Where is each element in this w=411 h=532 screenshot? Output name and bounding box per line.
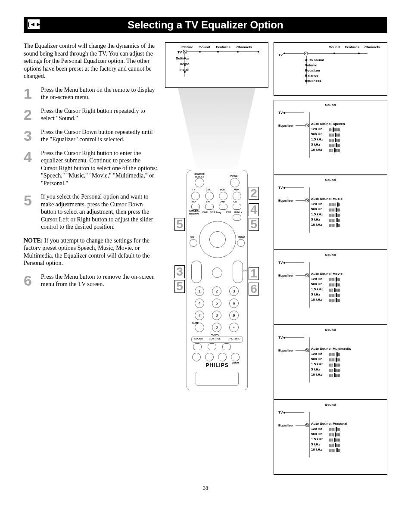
digit-7-button[interactable]: 7 bbox=[195, 311, 204, 320]
screen-tv-label: TV bbox=[278, 336, 283, 339]
channel-rocker[interactable] bbox=[233, 261, 243, 283]
eq-slider: ||||||||▐||| bbox=[329, 218, 364, 221]
eq-slider: |||||||▐|||| bbox=[329, 277, 364, 281]
brand-logo: PHILIPS bbox=[187, 362, 247, 368]
step: 3 Press the Cursor Down button repeatedl… bbox=[24, 128, 157, 143]
eq-freq-label: 5 kHz bbox=[311, 218, 327, 221]
cursor-center[interactable] bbox=[209, 231, 226, 248]
eq-row: 500 Hz|||||||▐|||| bbox=[311, 207, 364, 211]
eq-freq-label: 120 Hz bbox=[311, 352, 327, 356]
equalizer-preset-screen: Sound TV Equalizer Auto Sound: Speech 12… bbox=[274, 100, 387, 175]
speaker-icon: ((◄► bbox=[27, 19, 40, 29]
info-button[interactable] bbox=[233, 215, 241, 221]
cd-button[interactable] bbox=[233, 204, 241, 210]
bottom-button-1[interactable] bbox=[192, 353, 201, 361]
digit-3-button[interactable]: 3 bbox=[229, 286, 239, 296]
equalizer-label: Equalizer bbox=[278, 124, 294, 128]
svg-point-20 bbox=[358, 53, 360, 54]
step-number: 6 bbox=[24, 273, 41, 288]
eq-row: 120 Hz|||||||▐|||| bbox=[311, 427, 364, 431]
digit-4-button[interactable]: 4 bbox=[195, 299, 204, 308]
screen-tab: Channels bbox=[364, 45, 380, 49]
screen-tv-label: TV bbox=[278, 261, 283, 264]
volume-rocker[interactable] bbox=[191, 261, 202, 283]
power-button[interactable] bbox=[230, 178, 240, 187]
screen-title: Sound bbox=[277, 253, 384, 257]
remote-label: ACITVE bbox=[211, 333, 219, 336]
eq-freq-label: 10 kHz bbox=[311, 298, 327, 302]
eq-freq-label: 10 kHz bbox=[311, 223, 327, 227]
picture-mode-button[interactable] bbox=[222, 343, 231, 350]
remote-label: VCR Prog. bbox=[210, 211, 222, 214]
dvd-button[interactable] bbox=[219, 204, 227, 210]
digit-0-button[interactable]: 0 bbox=[212, 323, 221, 332]
svg-point-10 bbox=[184, 64, 186, 66]
digit-9-button[interactable]: 9 bbox=[229, 311, 239, 320]
dot-button[interactable]: • bbox=[229, 323, 239, 332]
cbl-button[interactable] bbox=[205, 192, 214, 200]
eq-freq-label: 1.5 kHz bbox=[311, 437, 327, 441]
eq-freq-label: 10 kHz bbox=[311, 148, 327, 152]
screen-tab: Features bbox=[345, 45, 359, 49]
note-paragraph: NOTE: If you attempt to change the setti… bbox=[24, 237, 157, 267]
eq-slider: |||||▐|||||| bbox=[329, 363, 364, 366]
svg-point-6 bbox=[237, 51, 239, 53]
tv-menu-diagram: Picture Sound Features Channels TV Setti… bbox=[165, 42, 268, 88]
eq-row: 1.5 kHz|||||▐|||||| bbox=[311, 287, 364, 291]
eq-row: 500 Hz|||||||▐|||| bbox=[311, 282, 364, 286]
eq-row: 120 Hz||||||||▐||| bbox=[311, 352, 364, 356]
bottom-button-2[interactable] bbox=[205, 353, 214, 361]
digit-5-button[interactable]: 5 bbox=[212, 299, 221, 308]
eq-slider: |||||||||▐|| bbox=[329, 202, 364, 206]
callout-6: 6 bbox=[249, 283, 259, 296]
remote-label: SAT bbox=[206, 200, 211, 203]
eq-freq-label: 500 Hz bbox=[311, 282, 327, 286]
menu-button[interactable] bbox=[237, 239, 245, 247]
callout-5: 5 bbox=[249, 218, 259, 231]
digit-1-button[interactable]: 1 bbox=[195, 286, 204, 296]
ch-label: CH bbox=[243, 269, 246, 272]
step-number: 4 bbox=[24, 149, 41, 187]
ok-button[interactable] bbox=[190, 239, 197, 247]
mute-button[interactable] bbox=[212, 268, 222, 278]
instructions-column: The Equalizer control will change the dy… bbox=[24, 42, 157, 475]
eq-slider: |||||||▐|||| bbox=[329, 358, 364, 361]
screen-tv-label: TV bbox=[278, 111, 283, 115]
amp-button[interactable] bbox=[233, 192, 241, 200]
equalizer-preset-screen: Sound TV Equalizer Auto Sound: Multimedi… bbox=[274, 325, 387, 400]
equalizer-preset-screen: Sound TV Equalizer Auto Sound: Music 120… bbox=[274, 175, 387, 250]
page-title: Selecting a TV Equalizer Option bbox=[128, 19, 283, 31]
bottom-button-3[interactable] bbox=[218, 353, 227, 361]
sound-mode-button[interactable] bbox=[193, 343, 202, 350]
remote-label: SOUND bbox=[194, 337, 203, 340]
preset-name: Auto Sound: Movie bbox=[311, 272, 364, 276]
control-mode-button[interactable] bbox=[208, 343, 216, 350]
remote-lid bbox=[196, 372, 239, 386]
eq-freq-label: 5 kHz bbox=[311, 442, 327, 446]
remote-label: POWER bbox=[228, 174, 241, 177]
step: 4 Press the Cursor Right button to enter… bbox=[24, 149, 157, 187]
eq-row: 5 kHz||||||▐||||| bbox=[311, 442, 364, 446]
hd-button[interactable] bbox=[191, 204, 200, 210]
callout-2: 2 bbox=[249, 187, 259, 200]
eq-freq-label: 1.5 kHz bbox=[311, 137, 327, 141]
remote-control-diagram: SOURCE SELECT POWER TV CBL VCR AMP HD SA… bbox=[187, 170, 247, 390]
svg-point-23 bbox=[305, 64, 307, 66]
svg-point-25 bbox=[305, 75, 307, 76]
tv-button[interactable] bbox=[191, 192, 200, 200]
remote-label: SOURCE SELECT bbox=[193, 173, 206, 178]
svg-point-56 bbox=[283, 412, 285, 414]
digit-6-button[interactable]: 6 bbox=[229, 299, 239, 308]
zoom-button[interactable] bbox=[231, 353, 240, 361]
eq-row: 10 kHz||||||||▐||| bbox=[311, 448, 364, 451]
screen-title: Sound bbox=[277, 328, 384, 332]
menu-label: MENU bbox=[238, 236, 245, 238]
eq-slider: |||||||▐|||| bbox=[329, 213, 364, 216]
sat-button[interactable] bbox=[205, 204, 214, 210]
screen-tv-label: TV bbox=[278, 186, 283, 190]
digit-2-button[interactable]: 2 bbox=[212, 286, 221, 296]
remote-label: PICTURE bbox=[230, 337, 240, 340]
digit-8-button[interactable]: 8 bbox=[212, 311, 221, 320]
source-select-button[interactable] bbox=[195, 178, 204, 187]
vcr-button[interactable] bbox=[219, 192, 227, 200]
